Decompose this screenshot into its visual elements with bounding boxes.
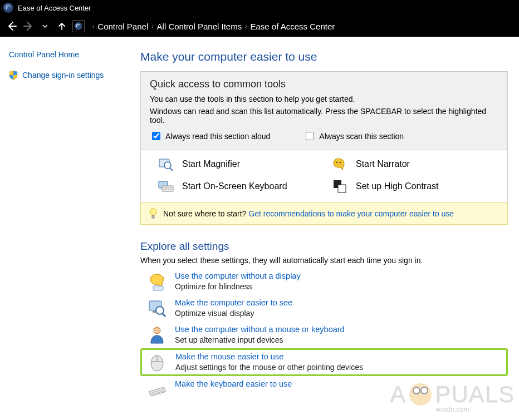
svg-point-3 xyxy=(336,162,337,163)
checkbox-read-aloud-label: Always read this section aloud xyxy=(165,132,270,141)
svg-rect-6 xyxy=(162,186,173,191)
tool-narrator-label: Start Narrator xyxy=(356,159,410,169)
recent-dropdown[interactable] xyxy=(38,19,52,33)
person-icon xyxy=(147,325,167,345)
checkbox-scan-section[interactable]: Always scan this section xyxy=(303,130,404,142)
svg-line-2 xyxy=(170,168,173,171)
explore-list: Use the computer without a displayOptimi… xyxy=(140,268,508,403)
checkbox-read-aloud-input[interactable] xyxy=(152,132,160,140)
back-button[interactable] xyxy=(4,19,19,33)
chevron-right-icon: › xyxy=(92,23,94,29)
explore-link-4[interactable]: Make the keyboard easier to use xyxy=(175,379,292,388)
breadcrumb: › Control Panel › All Control Panel Item… xyxy=(89,22,335,31)
quick-access-line1: You can use the tools in this section to… xyxy=(150,95,498,103)
explore-title: Explore all settings xyxy=(140,240,508,253)
navigation-bar: › Control Panel › All Control Panel Item… xyxy=(0,16,519,37)
watermark-url: wsxdn.com xyxy=(435,406,469,413)
breadcrumb-control-panel[interactable]: Control Panel xyxy=(97,22,148,31)
explore-link-2[interactable]: Use the computer without a mouse or keyb… xyxy=(175,325,345,334)
tip-link[interactable]: Get recommendations to make your compute… xyxy=(248,209,454,218)
chevron-right-icon: › xyxy=(151,23,153,29)
explore-desc-1: Optimize visual display xyxy=(175,309,292,318)
high-contrast-icon xyxy=(331,179,348,194)
tool-contrast[interactable]: Set up High Contrast xyxy=(331,179,498,194)
tip-bar: Not sure where to start? Get recommendat… xyxy=(140,202,508,225)
tool-osk[interactable]: Start On-Screen Keyboard xyxy=(158,179,325,194)
up-button[interactable] xyxy=(55,19,69,33)
narrator-icon xyxy=(331,157,348,171)
svg-point-16 xyxy=(156,307,164,314)
sidebar-signin-link[interactable]: Change sign-in settings xyxy=(22,71,104,80)
quick-access-title: Quick access to common tools xyxy=(150,78,498,90)
explore-link-3[interactable]: Make the mouse easier to use xyxy=(175,352,283,361)
sidebar: Control Panel Home Change sign-in settin… xyxy=(0,37,129,420)
shield-icon xyxy=(9,70,18,80)
keyboard-icon xyxy=(158,179,174,194)
tool-narrator[interactable]: Start Narrator xyxy=(331,157,498,171)
breadcrumb-ease-of-access[interactable]: Ease of Access Center xyxy=(251,22,335,31)
svg-point-4 xyxy=(340,162,341,163)
explore-desc-3: Adjust settings for the mouse or other p… xyxy=(175,363,363,372)
sidebar-home-link[interactable]: Control Panel Home xyxy=(9,50,129,59)
keyboard-icon xyxy=(147,379,167,399)
quick-access-box: Quick access to common tools You can use… xyxy=(140,71,508,203)
mouse-icon xyxy=(148,352,168,372)
tool-contrast-label: Set up High Contrast xyxy=(356,181,439,191)
lightbulb-icon xyxy=(149,208,158,219)
checkbox-scan-section-label: Always scan this section xyxy=(319,132,404,141)
explore-item-0[interactable]: Use the computer without a displayOptimi… xyxy=(140,268,508,295)
tool-osk-label: Start On-Screen Keyboard xyxy=(182,181,287,191)
explore-link-1[interactable]: Make the computer easier to see xyxy=(175,298,292,307)
tool-magnifier[interactable]: Start Magnifier xyxy=(158,157,325,171)
tool-magnifier-label: Start Magnifier xyxy=(182,159,240,169)
quick-access-line2: Windows can read and scan this list auto… xyxy=(150,107,498,125)
explore-link-0[interactable]: Use the computer without a display xyxy=(175,271,301,280)
display-off-icon xyxy=(147,271,167,291)
titlebar: Ease of Access Center xyxy=(0,0,519,16)
explore-desc-0: Optimize for blindness xyxy=(175,282,301,291)
explore-item-3[interactable]: Make the mouse easier to useAdjust setti… xyxy=(140,348,508,376)
checkbox-read-aloud[interactable]: Always read this section aloud xyxy=(150,130,270,142)
explore-item-1[interactable]: Make the computer easier to seeOptimize … xyxy=(140,295,508,322)
svg-line-17 xyxy=(163,314,165,317)
explore-subtext: When you select these settings, they wil… xyxy=(140,256,508,265)
svg-rect-10 xyxy=(338,185,346,192)
breadcrumb-all-items[interactable]: All Control Panel Items xyxy=(157,22,242,31)
page-title: Make your computer easier to use xyxy=(140,50,508,63)
svg-point-11 xyxy=(150,209,156,215)
magnifier-screen-icon xyxy=(147,298,167,318)
svg-point-1 xyxy=(164,162,171,169)
main-content: Make your computer easier to use Quick a… xyxy=(129,37,519,420)
address-icon[interactable] xyxy=(72,20,85,32)
app-icon xyxy=(3,3,13,13)
window-title: Ease of Access Center xyxy=(18,4,91,12)
checkbox-scan-section-input[interactable] xyxy=(306,132,314,140)
explore-item-2[interactable]: Use the computer without a mouse or keyb… xyxy=(140,322,508,348)
tip-text: Not sure where to start? xyxy=(163,209,248,218)
magnifier-icon xyxy=(158,157,174,171)
explore-item-4[interactable]: Make the keyboard easier to use xyxy=(140,376,508,403)
svg-rect-12 xyxy=(152,215,154,218)
chevron-right-icon: › xyxy=(245,23,247,29)
svg-point-18 xyxy=(154,327,160,334)
svg-rect-13 xyxy=(153,286,163,290)
explore-desc-2: Set up alternative input devices xyxy=(175,335,345,344)
forward-button[interactable] xyxy=(21,19,36,33)
